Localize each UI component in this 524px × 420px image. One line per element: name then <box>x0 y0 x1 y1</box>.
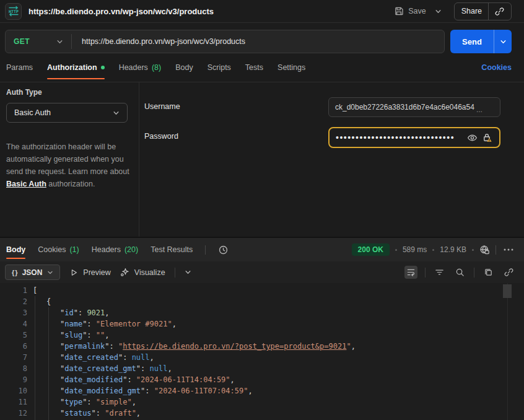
indent-guide <box>48 307 49 420</box>
tab-tests[interactable]: Tests <box>245 53 263 82</box>
response-tab-test-results[interactable]: Test Results <box>151 238 193 261</box>
username-field[interactable]: ck_d0beb27226a3831d6b7e4ac6e046a54 ... <box>328 97 500 117</box>
response-tab-body[interactable]: Body <box>6 238 25 261</box>
tab-count: (8) <box>152 63 161 72</box>
basic-auth-docs-link[interactable]: Basic Auth <box>6 180 46 188</box>
tab-label: Scripts <box>207 63 231 72</box>
scrollbar-thumb[interactable] <box>503 284 512 298</box>
tab-label: Params <box>6 63 33 72</box>
save-button[interactable]: Save <box>394 6 426 16</box>
line-number: 3 <box>0 307 27 318</box>
body-format-select[interactable]: { } JSON <box>5 265 60 280</box>
tab-label: Authorization <box>47 63 97 72</box>
code-line: 5"slug": "", <box>0 330 524 341</box>
page-title: https://be.diendo.pro.vn/wp-json/wc/v3/p… <box>28 7 214 16</box>
lock-warning-icon[interactable] <box>483 133 493 143</box>
body-format-chevron-icon <box>47 269 53 276</box>
preview-label: Preview <box>83 268 110 277</box>
status-badge: 200 OK <box>352 243 390 256</box>
filter-icon[interactable] <box>433 266 446 279</box>
password-masked-value: •••••••••••••••••••••••••••••• <box>336 133 462 142</box>
save-options-chevron-icon[interactable] <box>432 6 444 17</box>
tab-label: Settings <box>277 63 305 72</box>
tab-authorization[interactable]: Authorization <box>47 53 105 82</box>
auth-description-line: The authorization header will be <box>6 141 134 153</box>
send-button[interactable]: Send <box>450 30 512 53</box>
password-field[interactable]: •••••••••••••••••••••••••••••• <box>328 127 500 148</box>
body-format-value: JSON <box>22 268 43 277</box>
tab-label: Tests <box>245 63 263 72</box>
meta-separator-dot <box>395 249 397 251</box>
code-line: 11"type": "simple", <box>0 396 524 408</box>
tab-headers[interactable]: Headers (8) <box>119 53 162 82</box>
code-line: 9"date_modified": "2024-06-11T14:04:59", <box>0 374 524 385</box>
code-line: 6"permalink": "https://be.diendo.pro.vn/… <box>0 341 524 352</box>
tab-params[interactable]: Params <box>6 53 33 82</box>
search-icon[interactable] <box>453 266 466 279</box>
tab-count: (1) <box>69 245 79 254</box>
method-selector[interactable]: GET <box>6 30 71 53</box>
network-globe-lock-icon[interactable] <box>479 245 490 255</box>
tab-scripts[interactable]: Scripts <box>207 53 231 82</box>
line-number: 5 <box>0 330 27 341</box>
braces-icon: { } <box>12 269 17 276</box>
auth-panel-divider <box>139 82 139 237</box>
visualize-label: Visualize <box>134 268 165 277</box>
code-content: "status": "draft", <box>33 408 141 419</box>
auth-description-line: automatically generated when you <box>6 153 134 165</box>
copy-link-icon[interactable] <box>495 7 504 16</box>
app-window: HTTP https://be.diendo.pro.vn/wp-json/wc… <box>0 0 524 420</box>
show-password-eye-icon[interactable] <box>467 133 478 143</box>
response-size: 12.9 KB <box>440 245 466 254</box>
preview-button[interactable]: Preview <box>69 268 110 277</box>
line-number: 10 <box>0 385 27 396</box>
code-content: "id": 9021, <box>33 307 110 318</box>
code-line: 12"status": "draft", <box>0 408 524 419</box>
tab-label: Test Results <box>151 245 193 254</box>
send-options-chevron-icon[interactable] <box>494 30 512 53</box>
auth-description: The authorization header will be automat… <box>6 141 134 190</box>
method-label: GET <box>14 37 30 46</box>
response-history-icon[interactable] <box>218 245 229 255</box>
response-panel: Body Cookies (1) Headers (20) Test Resul… <box>0 237 524 420</box>
code-content: [ <box>33 285 37 296</box>
save-icon <box>394 6 404 16</box>
more-options-icon[interactable] <box>502 247 515 253</box>
cookies-link[interactable]: Cookies <box>481 63 512 72</box>
view-options-chevron-icon[interactable] <box>185 269 191 276</box>
toolbar-divider <box>175 268 175 278</box>
preview-icon <box>69 268 78 277</box>
tab-label: Headers <box>119 63 148 72</box>
share-button[interactable]: Share <box>454 2 512 20</box>
auth-description-line: send the request. Learn more about <box>6 165 134 178</box>
wrap-text-icon[interactable] <box>404 266 417 279</box>
visualize-sparkle-icon <box>120 268 129 277</box>
visualize-button[interactable]: Visualize <box>120 268 165 277</box>
response-body-editor[interactable]: 1[2{3"id": 9021,4"name": "Elementor #902… <box>0 283 524 420</box>
response-meta: 200 OK 589 ms 12.9 KB <box>352 243 515 256</box>
tab-label: Headers <box>92 245 121 254</box>
tab-label: Body <box>175 63 193 72</box>
topbar-actions: Save Share <box>394 2 512 20</box>
url-input[interactable]: https://be.diendo.pro.vn/wp-json/wc/v3/p… <box>72 37 255 46</box>
request-tabs: Params Authorization Headers (8) Body Sc… <box>0 53 524 82</box>
username-value: ck_d0beb27226a3831d6b7e4ac6e046a54 <box>335 103 474 112</box>
auth-description-rest: authorization. <box>46 180 95 188</box>
username-label: Username <box>144 102 180 111</box>
auth-type-select[interactable]: Basic Auth <box>6 103 128 123</box>
line-number: 4 <box>0 318 27 330</box>
link-icon[interactable] <box>502 266 515 279</box>
tab-settings[interactable]: Settings <box>277 53 305 82</box>
username-truncation: ... <box>476 105 483 116</box>
copy-icon[interactable] <box>482 266 495 279</box>
indent-guide <box>35 296 35 420</box>
request-title-bar: HTTP https://be.diendo.pro.vn/wp-json/wc… <box>0 0 524 23</box>
response-tab-headers[interactable]: Headers (20) <box>92 238 138 261</box>
tab-body[interactable]: Body <box>175 53 193 82</box>
response-tab-cookies[interactable]: Cookies (1) <box>38 238 79 261</box>
url-input-container: GET https://be.diendo.pro.vn/wp-json/wc/… <box>5 30 445 53</box>
code-line: 3"id": 9021, <box>0 307 524 318</box>
code-content: "date_modified": "2024-06-11T14:04:59", <box>33 374 235 385</box>
code-content: "name": "Elementor #9021", <box>33 318 177 330</box>
request-url-row: GET https://be.diendo.pro.vn/wp-json/wc/… <box>5 30 512 53</box>
